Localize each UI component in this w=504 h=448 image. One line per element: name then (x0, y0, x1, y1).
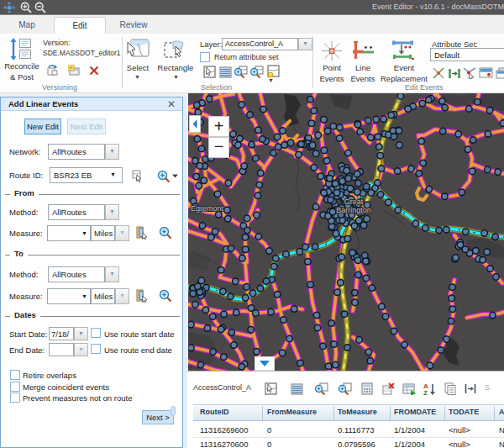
svg-text:Egremont: Egremont (191, 204, 224, 213)
svg-text:Z: Z (423, 389, 428, 395)
svg-text:Great: Great (344, 198, 364, 206)
svg-text:Barrington: Barrington (336, 206, 371, 214)
